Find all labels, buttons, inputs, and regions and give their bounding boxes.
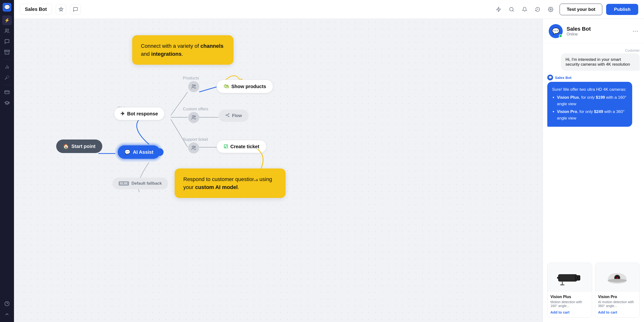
svg-line-12 [513, 10, 514, 11]
svg-line-28 [226, 114, 228, 115]
bot-message: Sure! We offer two ultra HD 4K cameras: … [547, 82, 632, 127]
svg-point-31 [194, 146, 196, 148]
svg-point-0 [6, 29, 7, 31]
ai-assist-node[interactable]: 💬 AI Assist [118, 145, 160, 159]
flow-canvas[interactable]: Connect with a variety of channels and i… [14, 19, 543, 322]
home-icon: 🏠 [63, 143, 69, 149]
tooltip-ai-model: Respond to customer questions using your… [175, 168, 286, 198]
send-icon: ✈ [120, 111, 125, 117]
default-fallback-node[interactable]: ELSE Default fallback [112, 178, 168, 189]
product-card-vision-pro: Vision Pro AI motion detection with 360°… [595, 263, 640, 318]
product-card-vision-pro-image [595, 263, 640, 292]
flow-node[interactable]: Flow [218, 110, 249, 122]
products-avatar[interactable] [188, 81, 199, 92]
else-badge: ELSE [119, 181, 129, 186]
sidebar-item-arrow-up[interactable] [2, 309, 12, 319]
svg-point-25 [226, 115, 226, 116]
svg-point-21 [192, 85, 194, 86]
sidebar-divider [4, 59, 10, 60]
online-indicator [559, 34, 562, 38]
add-to-cart-vision-plus-button[interactable]: Add to cart [550, 310, 570, 314]
main-area: Sales Bot Test your bot Publ [14, 0, 644, 322]
ai-assist-icon: 💬 [124, 149, 130, 155]
sidebar-item-chat[interactable] [2, 37, 12, 46]
add-to-cart-vision-pro-button[interactable]: Add to cart [598, 310, 617, 314]
svg-rect-1 [4, 50, 10, 51]
sidebar-item-help[interactable] [2, 299, 12, 308]
svg-rect-6 [5, 91, 9, 94]
svg-point-13 [550, 9, 552, 10]
svg-point-11 [510, 7, 513, 11]
support-ticket-label: Support ticket [183, 137, 208, 142]
lightning-icon[interactable] [494, 4, 504, 15]
bot-message-header: 💬 Sales Bot [547, 75, 640, 80]
support-ticket-avatar[interactable] [188, 142, 199, 154]
svg-point-35 [577, 277, 579, 279]
custom-offers-avatar[interactable] [188, 112, 199, 123]
flow-icon [225, 113, 230, 119]
ai-enhance-button[interactable] [56, 4, 66, 15]
sidebar-item-magic[interactable] [2, 73, 12, 82]
create-ticket-node[interactable]: ☑ Create ticket [216, 140, 266, 153]
chat-panel: 💬 Sales Bot Online ⋯ Customer Hi, I'm in… [543, 19, 644, 322]
bot-name-label: Sales Bot [555, 76, 572, 80]
ai-assist-tail [159, 148, 164, 156]
svg-line-17 [171, 119, 188, 147]
start-point-node[interactable]: 🏠 Start point [56, 140, 102, 153]
chat-bot-info: Sales Bot Online [566, 26, 591, 37]
svg-point-23 [192, 116, 194, 117]
bullet-camera-svg [555, 269, 584, 286]
svg-line-18 [199, 87, 216, 92]
bot-response-node[interactable]: ✈ Bot response [114, 107, 164, 120]
svg-rect-38 [560, 284, 564, 285]
customer-label: Customer [547, 49, 640, 52]
sidebar-item-chart[interactable] [2, 62, 12, 72]
chat-messages: Customer Hi, I'm interested in your smar… [543, 44, 644, 261]
dome-camera-svg [604, 269, 630, 286]
sidebar-item-archive[interactable] [2, 47, 12, 57]
svg-marker-10 [497, 7, 501, 11]
sidebar-item-users[interactable] [2, 26, 12, 36]
customer-message-group: Customer Hi, I'm interested in your smar… [547, 49, 640, 71]
product-card-vision-pro-body: Vision Pro AI motion detection with 360°… [595, 292, 640, 317]
product-card-vision-plus-body: Vision Plus Motion detection with 160° a… [548, 292, 592, 317]
tooltip-channels: Connect with a variety of channels and i… [132, 35, 234, 65]
chat-bot-icon: 💬 [552, 28, 560, 35]
shopify-icon: 🛍 [224, 83, 229, 90]
sidebar-item-card[interactable] [2, 87, 12, 97]
settings-icon[interactable] [546, 4, 556, 15]
chat-more-button[interactable]: ⋯ [632, 28, 638, 35]
products-label: Products [183, 76, 199, 81]
product-vision-pro-name: Vision Pro [598, 295, 637, 299]
sidebar: 💬 ⚡ [0, 0, 14, 322]
custom-offers-label: Custom offers [183, 107, 208, 112]
topbar: Sales Bot Test your bot Publ [14, 0, 644, 19]
sidebar-item-grad[interactable] [2, 98, 12, 108]
svg-point-30 [192, 146, 194, 148]
notification-icon[interactable] [520, 4, 530, 15]
sidebar-item-lightning[interactable]: ⚡ [2, 16, 12, 25]
test-bot-button[interactable]: Test your bot [560, 4, 602, 15]
product-card-vision-plus-image [548, 263, 592, 292]
svg-rect-36 [557, 277, 560, 278]
chat-icon-button[interactable] [70, 4, 81, 15]
product-card-vision-plus: Vision Plus Motion detection with 160° a… [547, 263, 592, 318]
svg-line-29 [226, 115, 228, 116]
svg-point-24 [194, 116, 196, 117]
bot-name-badge: Sales Bot [20, 4, 52, 15]
sidebar-logo[interactable]: 💬 [3, 3, 11, 12]
show-products-node[interactable]: 🛍 Show products [216, 80, 273, 93]
bot-message-icon: 💬 [547, 75, 553, 80]
svg-point-26 [228, 113, 229, 114]
svg-line-15 [171, 92, 188, 115]
content-area: Connect with a variety of channels and i… [14, 19, 644, 322]
publish-button[interactable]: Publish [606, 4, 638, 15]
history-icon[interactable] [532, 4, 543, 15]
chat-bot-avatar: 💬 [549, 24, 563, 38]
svg-point-22 [194, 85, 196, 86]
svg-point-27 [228, 116, 229, 117]
svg-rect-32 [558, 274, 577, 282]
search-icon[interactable] [506, 4, 517, 15]
svg-point-44 [608, 279, 627, 282]
svg-point-43 [616, 277, 618, 278]
